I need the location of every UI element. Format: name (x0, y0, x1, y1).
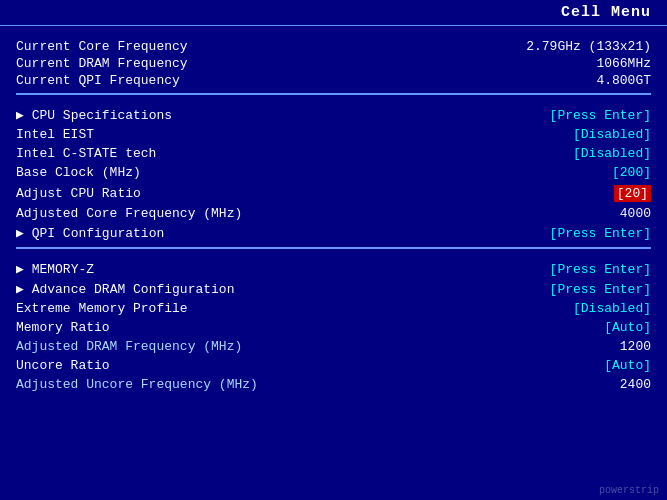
setting-row[interactable]: ▶ QPI Configuration[Press Enter] (16, 223, 651, 243)
setting-row[interactable]: Adjust CPU Ratio[20] (16, 182, 651, 204)
setting-value: [Press Enter] (550, 282, 651, 297)
setting-label: Adjusted Core Frequency (MHz) (16, 206, 242, 221)
info-value: 1066MHz (596, 56, 651, 71)
info-label: Current Core Frequency (16, 39, 188, 54)
setting-row[interactable]: ▶ CPU Specifications[Press Enter] (16, 105, 651, 125)
setting-row[interactable]: Base Clock (MHz)[200] (16, 163, 651, 182)
info-value: 2.79GHz (133x21) (526, 39, 651, 54)
setting-label: Adjust CPU Ratio (16, 186, 141, 201)
setting-label: Intel C-STATE tech (16, 146, 156, 161)
setting-value: 1200 (620, 339, 651, 354)
setting-row[interactable]: Uncore Ratio[Auto] (16, 356, 651, 375)
setting-value: [20] (614, 184, 651, 202)
main-content: Current Core Frequency2.79GHz (133x21)Cu… (0, 26, 667, 404)
setting-value: [Press Enter] (550, 108, 651, 123)
setting-row[interactable]: Extreme Memory Profile[Disabled] (16, 299, 651, 318)
setting-value: [Disabled] (573, 301, 651, 316)
info-row: Current QPI Frequency4.800GT (16, 72, 651, 89)
setting-label: Adjusted DRAM Frequency (MHz) (16, 339, 242, 354)
setting-row[interactable]: Intel EIST[Disabled] (16, 125, 651, 144)
setting-label: ▶ MEMORY-Z (16, 261, 94, 277)
bios-screen: Cell Menu Current Core Frequency2.79GHz … (0, 0, 667, 500)
info-row: Current Core Frequency2.79GHz (133x21) (16, 38, 651, 55)
setting-label: Base Clock (MHz) (16, 165, 141, 180)
setting-value: [Disabled] (573, 127, 651, 142)
setting-label: ▶ QPI Configuration (16, 225, 164, 241)
setting-value: [Press Enter] (550, 262, 651, 277)
selected-value: [20] (614, 185, 651, 202)
setting-row[interactable]: Adjusted Uncore Frequency (MHz)2400 (16, 375, 651, 394)
setting-row[interactable]: Adjusted DRAM Frequency (MHz)1200 (16, 337, 651, 356)
info-row: Current DRAM Frequency1066MHz (16, 55, 651, 72)
setting-label: Intel EIST (16, 127, 94, 142)
setting-row[interactable]: ▶ MEMORY-Z[Press Enter] (16, 259, 651, 279)
setting-value: [Press Enter] (550, 226, 651, 241)
header-title: Cell Menu (561, 4, 651, 21)
info-value: 4.800GT (596, 73, 651, 88)
setting-row[interactable]: Memory Ratio[Auto] (16, 318, 651, 337)
setting-value: [Auto] (604, 320, 651, 335)
setting-value: [Auto] (604, 358, 651, 373)
watermark: powerstrip (599, 485, 659, 496)
info-label: Current DRAM Frequency (16, 56, 188, 71)
setting-value: [Disabled] (573, 146, 651, 161)
setting-label: Extreme Memory Profile (16, 301, 188, 316)
info-label: Current QPI Frequency (16, 73, 180, 88)
setting-label: Uncore Ratio (16, 358, 110, 373)
setting-value: [200] (612, 165, 651, 180)
setting-row[interactable]: Adjusted Core Frequency (MHz)4000 (16, 204, 651, 223)
setting-row[interactable]: Intel C-STATE tech[Disabled] (16, 144, 651, 163)
setting-label: Memory Ratio (16, 320, 110, 335)
memory-settings-section: ▶ MEMORY-Z[Press Enter]▶ Advance DRAM Co… (16, 255, 651, 398)
header-bar: Cell Menu (0, 0, 667, 26)
setting-value: 2400 (620, 377, 651, 392)
current-frequencies-section: Current Core Frequency2.79GHz (133x21)Cu… (16, 32, 651, 95)
setting-row[interactable]: ▶ Advance DRAM Configuration[Press Enter… (16, 279, 651, 299)
cpu-settings-section: ▶ CPU Specifications[Press Enter]Intel E… (16, 101, 651, 249)
setting-label: ▶ Advance DRAM Configuration (16, 281, 234, 297)
setting-value: 4000 (620, 206, 651, 221)
setting-label: Adjusted Uncore Frequency (MHz) (16, 377, 258, 392)
setting-label: ▶ CPU Specifications (16, 107, 172, 123)
